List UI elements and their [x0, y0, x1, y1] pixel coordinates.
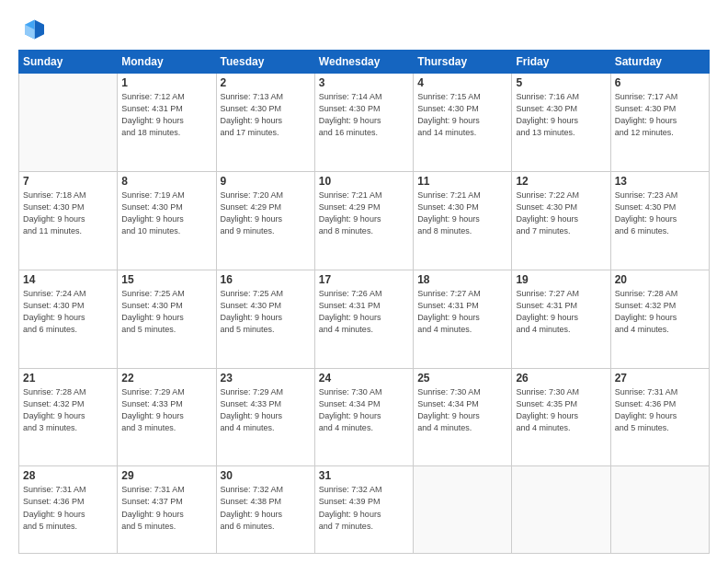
day-number: 15 [121, 273, 211, 286]
calendar-cell: 16Sunrise: 7:25 AM Sunset: 4:30 PM Dayli… [216, 270, 314, 368]
day-number: 18 [417, 273, 507, 286]
day-info: Sunrise: 7:32 AM Sunset: 4:39 PM Dayligh… [319, 484, 409, 532]
day-number: 25 [417, 372, 507, 385]
day-info: Sunrise: 7:31 AM Sunset: 4:36 PM Dayligh… [615, 386, 705, 434]
day-number: 29 [121, 469, 211, 482]
day-info: Sunrise: 7:29 AM Sunset: 4:33 PM Dayligh… [121, 386, 211, 434]
week-row-2: 14Sunrise: 7:24 AM Sunset: 4:30 PM Dayli… [19, 270, 710, 368]
calendar-cell: 19Sunrise: 7:27 AM Sunset: 4:31 PM Dayli… [512, 270, 610, 368]
calendar-cell: 23Sunrise: 7:29 AM Sunset: 4:33 PM Dayli… [216, 368, 314, 466]
day-info: Sunrise: 7:31 AM Sunset: 4:37 PM Dayligh… [121, 484, 211, 532]
day-info: Sunrise: 7:28 AM Sunset: 4:32 PM Dayligh… [23, 386, 113, 434]
day-info: Sunrise: 7:26 AM Sunset: 4:31 PM Dayligh… [319, 288, 409, 336]
day-info: Sunrise: 7:28 AM Sunset: 4:32 PM Dayligh… [615, 288, 705, 336]
day-info: Sunrise: 7:16 AM Sunset: 4:30 PM Dayligh… [516, 91, 606, 139]
weekday-header-sunday: Sunday [19, 51, 118, 74]
day-info: Sunrise: 7:19 AM Sunset: 4:30 PM Dayligh… [121, 190, 211, 237]
day-number: 3 [319, 76, 409, 89]
day-info: Sunrise: 7:13 AM Sunset: 4:30 PM Dayligh… [221, 91, 311, 139]
calendar-cell: 12Sunrise: 7:22 AM Sunset: 4:30 PM Dayli… [512, 171, 610, 270]
day-number: 20 [615, 273, 705, 286]
calendar-cell: 2Sunrise: 7:13 AM Sunset: 4:30 PM Daylig… [216, 74, 314, 172]
calendar-cell: 30Sunrise: 7:32 AM Sunset: 4:38 PM Dayli… [216, 466, 314, 554]
calendar-cell: 17Sunrise: 7:26 AM Sunset: 4:31 PM Dayli… [314, 270, 413, 368]
calendar-cell: 26Sunrise: 7:30 AM Sunset: 4:35 PM Dayli… [512, 368, 610, 466]
calendar-cell: 7Sunrise: 7:18 AM Sunset: 4:30 PM Daylig… [19, 171, 118, 270]
day-number: 22 [121, 372, 211, 385]
day-number: 12 [516, 175, 606, 188]
day-number: 6 [615, 76, 705, 89]
calendar-cell [414, 466, 512, 554]
day-number: 16 [221, 273, 311, 286]
day-number: 4 [417, 76, 507, 89]
day-info: Sunrise: 7:25 AM Sunset: 4:30 PM Dayligh… [221, 288, 311, 336]
calendar-cell: 18Sunrise: 7:27 AM Sunset: 4:31 PM Dayli… [414, 270, 512, 368]
calendar-cell [610, 466, 709, 554]
day-number: 8 [121, 175, 211, 188]
day-info: Sunrise: 7:30 AM Sunset: 4:34 PM Dayligh… [417, 386, 507, 434]
day-number: 19 [516, 273, 606, 286]
day-info: Sunrise: 7:24 AM Sunset: 4:30 PM Dayligh… [23, 288, 113, 336]
calendar-cell: 6Sunrise: 7:17 AM Sunset: 4:30 PM Daylig… [610, 74, 709, 172]
calendar-cell: 8Sunrise: 7:19 AM Sunset: 4:30 PM Daylig… [118, 171, 216, 270]
header [18, 17, 710, 42]
day-number: 27 [615, 372, 705, 385]
day-info: Sunrise: 7:22 AM Sunset: 4:30 PM Dayligh… [516, 190, 606, 237]
weekday-header-row: SundayMondayTuesdayWednesdayThursdayFrid… [19, 51, 710, 74]
calendar-cell: 11Sunrise: 7:21 AM Sunset: 4:30 PM Dayli… [414, 171, 512, 270]
week-row-0: 1Sunrise: 7:12 AM Sunset: 4:31 PM Daylig… [19, 74, 710, 172]
day-number: 2 [221, 76, 311, 89]
day-number: 23 [221, 372, 311, 385]
day-number: 5 [516, 76, 606, 89]
svg-marker-0 [35, 20, 45, 40]
day-info: Sunrise: 7:29 AM Sunset: 4:33 PM Dayligh… [221, 386, 311, 434]
day-number: 30 [221, 469, 311, 482]
page: SundayMondayTuesdayWednesdayThursdayFrid… [0, 0, 728, 563]
day-info: Sunrise: 7:14 AM Sunset: 4:30 PM Dayligh… [319, 91, 409, 139]
calendar-cell: 28Sunrise: 7:31 AM Sunset: 4:36 PM Dayli… [19, 466, 118, 554]
calendar-cell: 10Sunrise: 7:21 AM Sunset: 4:29 PM Dayli… [314, 171, 413, 270]
calendar-cell [512, 466, 610, 554]
logo [18, 17, 48, 42]
calendar-cell: 22Sunrise: 7:29 AM Sunset: 4:33 PM Dayli… [118, 368, 216, 466]
day-info: Sunrise: 7:30 AM Sunset: 4:35 PM Dayligh… [516, 386, 606, 434]
day-number: 1 [121, 76, 211, 89]
calendar-cell: 14Sunrise: 7:24 AM Sunset: 4:30 PM Dayli… [19, 270, 118, 368]
weekday-header-thursday: Thursday [414, 51, 512, 74]
weekday-header-saturday: Saturday [610, 51, 709, 74]
day-number: 9 [221, 175, 311, 188]
calendar-cell: 13Sunrise: 7:23 AM Sunset: 4:30 PM Dayli… [610, 171, 709, 270]
weekday-header-monday: Monday [118, 51, 216, 74]
calendar-cell: 3Sunrise: 7:14 AM Sunset: 4:30 PM Daylig… [314, 74, 413, 172]
day-info: Sunrise: 7:12 AM Sunset: 4:31 PM Dayligh… [121, 91, 211, 139]
day-info: Sunrise: 7:25 AM Sunset: 4:30 PM Dayligh… [121, 288, 211, 336]
calendar-table: SundayMondayTuesdayWednesdayThursdayFrid… [18, 50, 710, 554]
day-info: Sunrise: 7:18 AM Sunset: 4:30 PM Dayligh… [23, 190, 113, 237]
day-info: Sunrise: 7:21 AM Sunset: 4:29 PM Dayligh… [319, 190, 409, 237]
day-number: 21 [23, 372, 113, 385]
day-number: 26 [516, 372, 606, 385]
calendar-cell: 25Sunrise: 7:30 AM Sunset: 4:34 PM Dayli… [414, 368, 512, 466]
weekday-header-friday: Friday [512, 51, 610, 74]
calendar-cell: 27Sunrise: 7:31 AM Sunset: 4:36 PM Dayli… [610, 368, 709, 466]
calendar-cell: 15Sunrise: 7:25 AM Sunset: 4:30 PM Dayli… [118, 270, 216, 368]
calendar-cell: 20Sunrise: 7:28 AM Sunset: 4:32 PM Dayli… [610, 270, 709, 368]
day-info: Sunrise: 7:32 AM Sunset: 4:38 PM Dayligh… [221, 484, 311, 532]
day-info: Sunrise: 7:21 AM Sunset: 4:30 PM Dayligh… [417, 190, 507, 237]
day-info: Sunrise: 7:20 AM Sunset: 4:29 PM Dayligh… [221, 190, 311, 237]
day-info: Sunrise: 7:27 AM Sunset: 4:31 PM Dayligh… [516, 288, 606, 336]
day-number: 14 [23, 273, 113, 286]
day-info: Sunrise: 7:31 AM Sunset: 4:36 PM Dayligh… [23, 484, 113, 532]
day-number: 17 [319, 273, 409, 286]
day-info: Sunrise: 7:23 AM Sunset: 4:30 PM Dayligh… [615, 190, 705, 237]
day-number: 11 [417, 175, 507, 188]
weekday-header-tuesday: Tuesday [216, 51, 314, 74]
calendar-cell: 4Sunrise: 7:15 AM Sunset: 4:30 PM Daylig… [414, 74, 512, 172]
day-number: 13 [615, 175, 705, 188]
calendar-cell: 1Sunrise: 7:12 AM Sunset: 4:31 PM Daylig… [118, 74, 216, 172]
calendar-cell: 31Sunrise: 7:32 AM Sunset: 4:39 PM Dayli… [314, 466, 413, 554]
day-number: 7 [23, 175, 113, 188]
day-number: 28 [23, 469, 113, 482]
calendar-cell [19, 74, 118, 172]
weekday-header-wednesday: Wednesday [314, 51, 413, 74]
